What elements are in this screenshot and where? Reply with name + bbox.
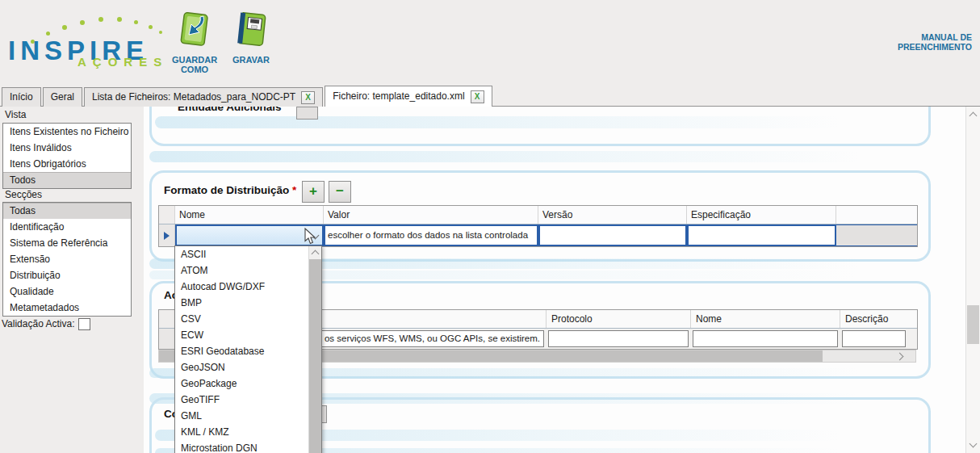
save-icon <box>231 10 271 50</box>
column-header-empty <box>836 206 917 224</box>
formato-grid-header: Nome Valor Versão Especificação <box>159 206 917 224</box>
tab-geral[interactable]: Geral <box>43 87 82 107</box>
nome-combobox[interactable] <box>175 224 324 246</box>
vista-item-todos[interactable]: Todos <box>3 172 131 188</box>
gravar-button[interactable]: GRAVAR <box>221 10 281 65</box>
dropdown-item-kml-kmz[interactable]: KML / KMZ <box>175 424 309 440</box>
manual-link[interactable]: MANUAL DE PREENCHIMENTO <box>891 32 972 52</box>
remove-row-button[interactable]: − <box>329 181 351 203</box>
seccao-item-distribuicao[interactable]: Distribuição <box>3 267 131 283</box>
scroll-right-icon[interactable] <box>896 353 904 361</box>
seccao-item-qualidade[interactable]: Qualidade <box>3 283 131 300</box>
tab-inicio[interactable]: Início <box>2 87 41 107</box>
row-filler-cell <box>836 224 917 246</box>
save-as-icon <box>174 10 215 50</box>
seccao-item-extensao[interactable]: Extensão <box>3 251 131 267</box>
dropdown-item-geojson[interactable]: GeoJSON <box>175 359 309 375</box>
dropdown-scrollbar[interactable] <box>308 246 321 453</box>
dropdown-item-microstation-dgn[interactable]: Microstation DGN <box>175 440 309 453</box>
column-header-versao[interactable]: Versão <box>538 206 687 224</box>
column-header-nome[interactable]: Nome <box>175 206 324 224</box>
seccoes-listbox: Todas Identificação Sistema de Referênci… <box>2 202 132 317</box>
dropdown-item-autocad[interactable]: Autocad DWG/DXF <box>175 279 309 295</box>
seccao-item-todas[interactable]: Todas <box>3 203 131 219</box>
dropdown-item-geopackage[interactable]: GeoPackage <box>175 375 309 392</box>
dropdown-item-atom[interactable]: ATOM <box>175 262 309 279</box>
logo-subtext: AÇORES <box>77 55 168 69</box>
dropdown-item-ascii[interactable]: ASCII <box>175 246 309 262</box>
descricao-cell <box>840 329 917 349</box>
column-header-descricao[interactable]: Descrição <box>840 310 917 328</box>
versao-field[interactable] <box>538 224 687 246</box>
tab-label: Geral <box>51 88 74 107</box>
row-marker-header <box>159 206 175 224</box>
current-row-marker <box>159 224 175 246</box>
vista-listbox: Itens Existentes no Ficheiro Itens Invál… <box>2 123 132 189</box>
top-section-title-clipped: Entidade Adicionais <box>178 107 355 115</box>
row-marker-header <box>159 310 175 328</box>
logo-arc-dot <box>80 20 85 25</box>
dropdown-item-bmp[interactable]: BMP <box>175 295 309 311</box>
nome-field[interactable] <box>693 330 838 347</box>
seccoes-label: Secções <box>5 189 42 200</box>
protocolo-cell <box>547 329 691 349</box>
tab-bar: Início Geral Lista de Ficheiros: Metadad… <box>0 86 980 107</box>
logo-arc-dot <box>134 20 138 24</box>
descricao-field[interactable] <box>842 330 906 347</box>
column-header-especificacao[interactable]: Especificação <box>687 206 836 224</box>
scroll-down-icon[interactable] <box>970 440 978 448</box>
row-marker-icon <box>164 232 170 240</box>
app-logo: INSPIRE AÇORES <box>0 0 170 81</box>
seccao-item-metametadados[interactable]: Metametadados <box>3 300 131 316</box>
tab-lista-ficheiros[interactable]: Lista de Ficheiros: Metadados_para_NODC-… <box>84 87 323 107</box>
protocolo-field[interactable] <box>548 330 689 347</box>
logo-arc-dot <box>62 25 67 30</box>
dropdown-item-csv[interactable]: CSV <box>175 311 309 327</box>
seccao-item-identificacao[interactable]: Identificação <box>3 219 131 235</box>
column-header-nome[interactable]: Nome <box>691 310 840 328</box>
scroll-up-icon[interactable] <box>970 112 978 120</box>
logo-arc-dot <box>117 17 122 22</box>
main-vertical-scrollbar[interactable] <box>965 107 980 453</box>
dropdown-scroll-thumb[interactable] <box>309 259 321 453</box>
required-asterisk: * <box>292 184 296 196</box>
close-tab-icon[interactable]: X <box>471 90 484 103</box>
tab-ficheiro-template[interactable]: Ficheiro: template_editado.xml X <box>325 86 492 107</box>
especificacao-field[interactable] <box>687 224 836 246</box>
gravar-label: GRAVAR <box>221 55 281 65</box>
vscroll-thumb[interactable] <box>967 305 979 344</box>
formato-title-text: Formato de Distribuição <box>164 184 289 196</box>
logo-arc-dot <box>98 17 103 22</box>
column-header-protocolo[interactable]: Protocolo <box>547 310 691 328</box>
tab-label: Ficheiro: template_editado.xml <box>333 86 464 107</box>
nome-cell <box>691 329 840 349</box>
formato-grid: Nome Valor Versão Especificação escolher… <box>158 205 918 247</box>
formato-dropdown-list: ASCII ATOM Autocad DWG/DXF BMP CSV ECW E… <box>174 245 322 453</box>
seccao-item-sistema-referencia[interactable]: Sistema de Referência <box>3 235 131 251</box>
vista-item-invalidos[interactable]: Itens Inválidos <box>3 140 131 156</box>
scroll-up-icon[interactable] <box>312 250 320 258</box>
logo-arc-dot <box>149 25 153 29</box>
guardar-como-label: GUARDAR COMO <box>165 55 224 74</box>
dropdown-item-geotiff[interactable]: GeoTIFF <box>175 392 309 408</box>
tab-page-content: Entidade Adicionais Formato de Distribui… <box>144 107 965 453</box>
validacao-label: Validação Activa: <box>2 318 75 329</box>
dropdown-item-esri-geodatabase[interactable]: ESRI Geodatabase <box>175 343 309 359</box>
vista-item-existentes[interactable]: Itens Existentes no Ficheiro <box>3 124 131 140</box>
decor-stripe <box>155 116 841 128</box>
guardar-como-button[interactable]: GUARDAR COMO <box>165 10 224 74</box>
top-section-button[interactable] <box>296 107 318 120</box>
valor-field[interactable]: escolher o formato dos dados na lista co… <box>324 224 538 246</box>
dropdown-item-ecw[interactable]: ECW <box>175 327 309 343</box>
tab-label: Início <box>10 88 33 107</box>
vista-item-obrigatorios[interactable]: Itens Obrigatórios <box>3 156 131 172</box>
top-section-title: Entidade Adicionais <box>178 107 282 113</box>
validacao-checkbox[interactable] <box>78 318 90 330</box>
app-window: INSPIRE AÇORES GUARDAR COMO GRAVAR MANUA… <box>0 0 980 453</box>
add-row-button[interactable]: + <box>302 181 325 203</box>
close-tab-icon[interactable]: X <box>301 91 315 104</box>
column-header-valor[interactable]: Valor <box>324 206 538 224</box>
decor-stripe <box>149 151 860 162</box>
dropdown-item-gml[interactable]: GML <box>175 408 309 424</box>
combo-dropdown-icon[interactable] <box>312 232 320 240</box>
